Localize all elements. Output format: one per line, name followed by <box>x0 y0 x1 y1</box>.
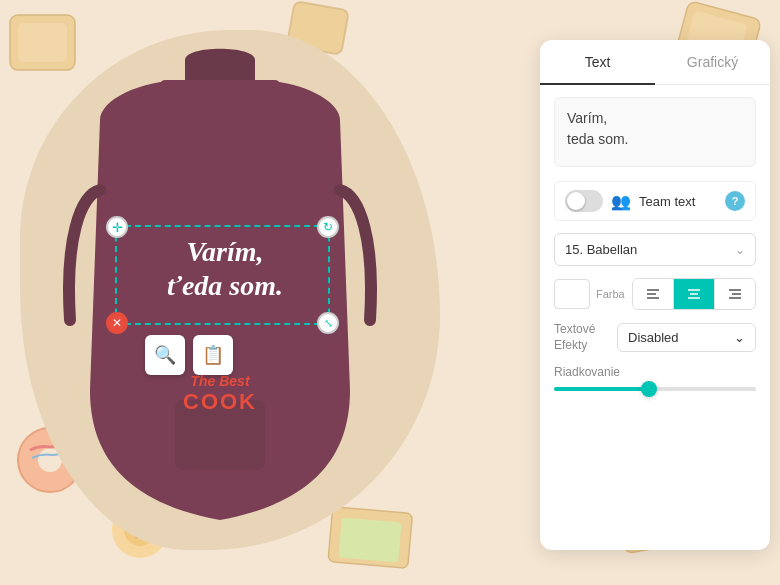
team-text-row: 👥 Team text ? <box>554 181 756 221</box>
rotate-handle[interactable]: ↻ <box>317 216 339 238</box>
align-right-button[interactable] <box>715 279 755 309</box>
move-handle[interactable]: ✛ <box>106 216 128 238</box>
tab-graphic[interactable]: Grafický <box>655 40 770 84</box>
right-panel: Text Grafický Varím, teda som. 👥 Team te… <box>540 40 770 550</box>
effects-chevron-icon: ⌄ <box>734 330 745 345</box>
logo-text-bottom: COOK <box>183 389 257 415</box>
selection-box: ✛ ↻ ✕ ⤡ <box>115 225 330 325</box>
team-text-toggle[interactable] <box>565 190 603 212</box>
slider-thumb[interactable] <box>641 381 657 397</box>
font-selector[interactable]: 15. Babellan ⌄ <box>554 233 756 266</box>
copy-button[interactable]: 📋 <box>193 335 233 375</box>
toggle-knob <box>567 192 585 210</box>
logo-text-top: The Best <box>190 373 249 389</box>
spacing-label: Riadkovanie <box>554 365 756 379</box>
effects-row: Textové Efekty Disabled ⌄ <box>554 322 756 353</box>
spacing-slider[interactable] <box>554 387 756 391</box>
alignment-row: Farba <box>554 278 756 310</box>
team-text-label: Team text <box>639 194 717 209</box>
svg-rect-21 <box>160 80 280 165</box>
panel-tabs: Text Grafický <box>540 40 770 85</box>
color-label: Farba <box>596 288 626 300</box>
alignment-group <box>632 278 756 310</box>
help-button[interactable]: ? <box>725 191 745 211</box>
apron: Varím, ťeda som. ✛ ↻ ✕ ⤡ ❤ The Best COOK… <box>60 40 380 560</box>
align-left-button[interactable] <box>633 279 674 309</box>
font-name: 15. Babellan <box>565 242 735 257</box>
slider-fill <box>554 387 645 391</box>
panel-content: Varím, teda som. 👥 Team text ? 15. Babel… <box>540 85 770 545</box>
effects-selector[interactable]: Disabled ⌄ <box>617 323 756 352</box>
effects-value: Disabled <box>628 330 679 345</box>
search-button[interactable]: 🔍 <box>145 335 185 375</box>
chevron-down-icon: ⌄ <box>735 243 745 257</box>
tab-text[interactable]: Text <box>540 40 655 84</box>
team-icon: 👥 <box>611 192 631 211</box>
text-preview[interactable]: Varím, teda som. <box>554 97 756 167</box>
delete-handle[interactable]: ✕ <box>106 312 128 334</box>
apron-action-icons: 🔍 📋 <box>145 335 233 375</box>
effects-label: Textové Efekty <box>554 322 609 353</box>
color-swatch[interactable] <box>554 279 590 309</box>
align-center-button[interactable] <box>674 279 715 309</box>
spacing-row: Riadkovanie <box>554 365 756 391</box>
resize-handle[interactable]: ⤡ <box>317 312 339 334</box>
